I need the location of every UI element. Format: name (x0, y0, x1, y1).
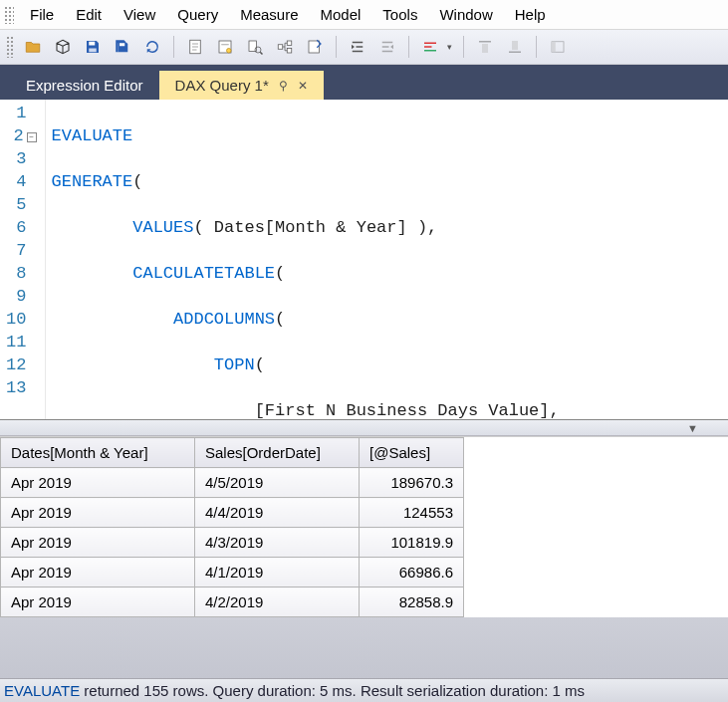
chevron-down-icon[interactable]: ▼ (687, 422, 698, 434)
menu-grip[interactable] (4, 6, 14, 24)
table-row[interactable]: Apr 20194/4/2019124553 (1, 498, 464, 528)
svg-line-12 (260, 52, 262, 54)
svg-rect-27 (482, 44, 488, 53)
toolbar-separator (336, 36, 337, 58)
cube-icon[interactable] (50, 34, 76, 60)
status-text: returned 155 rows. Query duration: 5 ms.… (80, 682, 585, 699)
tab-label: Expression Editor (26, 77, 143, 94)
save-all-icon[interactable] (110, 34, 135, 60)
grid-header-row: Dates[Month & Year] Sales[OrderDate] [@S… (1, 438, 464, 468)
svg-rect-29 (512, 41, 518, 50)
status-keyword: EVALUATE (4, 682, 80, 699)
table-row[interactable]: Apr 20194/1/201966986.6 (1, 558, 464, 587)
comment-lines-icon[interactable] (417, 34, 443, 60)
svg-rect-14 (287, 41, 292, 46)
svg-rect-0 (89, 42, 95, 46)
refresh-icon[interactable] (139, 34, 165, 60)
panel-icon[interactable] (545, 34, 571, 60)
dropdown-arrow-icon[interactable]: ▾ (447, 42, 455, 52)
menu-help[interactable]: Help (505, 4, 556, 25)
code-area[interactable]: EVALUATE GENERATE( VALUES( Dates[Month &… (46, 100, 566, 419)
results-pane: Dates[Month & Year] Sales[OrderDate] [@S… (0, 436, 728, 678)
col-order-date[interactable]: Sales[OrderDate] (195, 438, 360, 468)
splitter-bar[interactable]: ▼ (0, 420, 728, 436)
col-sales[interactable]: [@Sales] (360, 438, 464, 468)
menu-tools[interactable]: Tools (372, 4, 427, 25)
svg-rect-13 (278, 45, 283, 50)
menu-bar: File Edit View Query Measure Model Tools… (0, 0, 728, 30)
fold-icon[interactable]: − (27, 132, 37, 142)
col-month-year[interactable]: Dates[Month & Year] (1, 438, 195, 468)
line-gutter: 1 2− 3 4 5 6 7 8 9 10 11 12 13 (0, 100, 46, 419)
toolbar-separator (173, 36, 174, 58)
tab-expression-editor[interactable]: Expression Editor (10, 71, 159, 100)
svg-rect-31 (552, 42, 556, 53)
table-row[interactable]: Apr 20194/3/2019101819.9 (1, 528, 464, 558)
toolbar-grip[interactable] (6, 36, 14, 58)
menu-measure[interactable]: Measure (230, 4, 308, 25)
svg-point-9 (227, 49, 232, 54)
menu-file[interactable]: File (20, 4, 64, 25)
svg-rect-15 (287, 49, 292, 54)
table-row[interactable]: Apr 20194/5/2019189670.3 (1, 468, 464, 498)
toolbar-separator (536, 36, 537, 58)
code-editor[interactable]: 1 2− 3 4 5 6 7 8 9 10 11 12 13 EVALUATE … (0, 100, 728, 420)
svg-rect-1 (89, 49, 97, 53)
open-icon[interactable] (20, 34, 46, 60)
menu-edit[interactable]: Edit (66, 4, 112, 25)
align-bottom-icon[interactable] (502, 34, 528, 60)
menu-window[interactable]: Window (429, 4, 502, 25)
save-icon[interactable] (80, 34, 106, 60)
svg-rect-2 (120, 43, 124, 46)
results-grid[interactable]: Dates[Month & Year] Sales[OrderDate] [@S… (0, 436, 728, 617)
indent-icon[interactable] (345, 34, 370, 60)
document-icon[interactable] (182, 34, 208, 60)
outdent-icon[interactable] (374, 34, 400, 60)
relationships-icon[interactable] (272, 34, 298, 60)
tab-label: DAX Query 1* (175, 77, 269, 94)
menu-query[interactable]: Query (167, 4, 228, 25)
toolbar-separator (463, 36, 464, 58)
format-icon[interactable] (302, 34, 328, 60)
toolbar-separator (408, 36, 409, 58)
menu-view[interactable]: View (114, 4, 165, 25)
tab-strip: Expression Editor DAX Query 1* ⚲ ✕ (0, 65, 728, 100)
new-query-icon[interactable] (212, 34, 238, 60)
close-icon[interactable]: ✕ (298, 79, 308, 93)
table-row[interactable]: Apr 20194/2/201982858.9 (1, 587, 464, 617)
pin-icon[interactable]: ⚲ (279, 79, 288, 93)
search-schema-icon[interactable] (242, 34, 268, 60)
align-top-icon[interactable] (472, 34, 498, 60)
toolbar: ▾ (0, 30, 728, 65)
status-bar: EVALUATE returned 155 rows. Query durati… (0, 678, 728, 702)
menu-model[interactable]: Model (311, 4, 371, 25)
tab-dax-query[interactable]: DAX Query 1* ⚲ ✕ (159, 71, 324, 100)
